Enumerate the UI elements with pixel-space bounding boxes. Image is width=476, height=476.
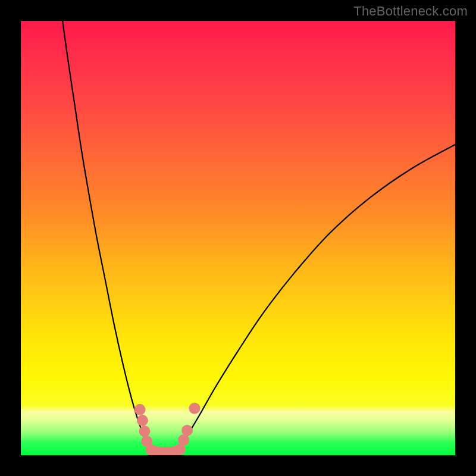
salmon-marker (139, 425, 151, 437)
salmon-marker (137, 415, 148, 426)
plot-area (21, 21, 455, 455)
bottleneck-curve-left-path (62, 21, 151, 451)
salmon-marker (134, 404, 146, 415)
salmon-marker (189, 403, 201, 414)
watermark-text: TheBottleneck.com (353, 4, 468, 19)
curve-group (62, 21, 455, 451)
chart-frame: TheBottleneck.com (0, 0, 476, 476)
salmon-marker (181, 425, 193, 436)
chart-svg (21, 21, 455, 455)
bottleneck-curve-right-path (177, 145, 455, 451)
marker-group (134, 403, 201, 455)
